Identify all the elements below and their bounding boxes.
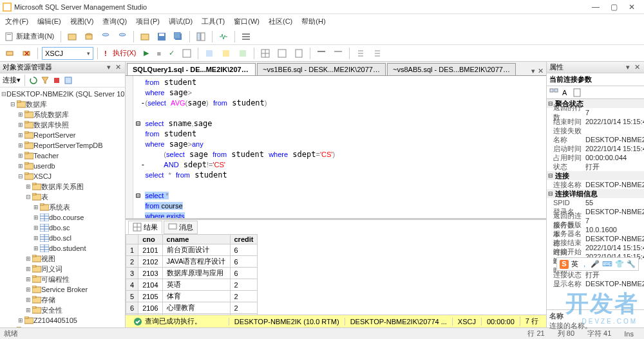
tree-item[interactable]: ⊞数据库关系图 (1, 181, 124, 192)
stop-icon[interactable] (52, 76, 61, 85)
menu-help[interactable]: 帮助(H) (299, 15, 328, 28)
tb-db3-icon[interactable] (115, 31, 129, 42)
tree-item[interactable]: ⊞dbo.scl (1, 233, 124, 243)
props-icon[interactable] (64, 76, 73, 85)
tb-change-icon[interactable]: ✕ (19, 48, 33, 59)
object-tree[interactable]: ⊟ DESKTOP-NBME2IK (SQL Server 10.0.160 ⊟… (0, 87, 125, 327)
categorize-icon[interactable] (549, 88, 558, 97)
tb-db-icon[interactable] (82, 31, 96, 42)
tb-opt3-icon[interactable] (236, 48, 250, 59)
ime-mic-icon[interactable]: 🎤 (591, 260, 600, 268)
estimate-icon[interactable] (180, 48, 194, 59)
menu-query[interactable]: 查询(Q) (100, 15, 129, 28)
tb-opt2-icon[interactable] (219, 48, 233, 59)
menu-project[interactable]: 项目(P) (133, 15, 162, 28)
tb-activity-icon[interactable] (216, 31, 231, 42)
tree-item[interactable]: ⊞ReportServerTempDB (1, 140, 124, 151)
tree-item[interactable]: ⊟数据库 (1, 99, 124, 109)
svg-rect-11 (159, 33, 164, 36)
tb-open-icon[interactable] (65, 31, 79, 42)
tabstrip-dropdown-icon[interactable]: ▾ (531, 67, 535, 75)
connect-button[interactable]: 连接▾ (3, 75, 21, 85)
tree-item[interactable]: ⊞数据库快照 (1, 120, 124, 130)
filter-icon[interactable] (41, 76, 50, 85)
tabstrip-close-icon[interactable]: ✕ (538, 67, 544, 75)
tree-item[interactable]: ⊞系统数据库 (1, 109, 124, 120)
menu-community[interactable]: 社区(C) (266, 15, 295, 28)
tab-results[interactable]: 结果 (128, 221, 162, 234)
sql-editor[interactable]: from student where sage> -(select AVG(sa… (126, 76, 546, 218)
tb-indent-icon[interactable] (354, 48, 368, 59)
tb-db2-icon[interactable] (99, 31, 113, 42)
tree-item[interactable]: ⊞可编程性 (1, 274, 124, 284)
ime-lang[interactable]: 英 (571, 259, 578, 269)
panel-dropdown-icon[interactable]: ▾ (104, 63, 113, 71)
tree-item[interactable]: ⊞dbo.sc (1, 223, 124, 233)
maximize-button[interactable]: ▢ (609, 3, 618, 12)
tree-item[interactable]: ⊞Teacher (1, 151, 124, 161)
panel-close-icon[interactable]: ✕ (113, 63, 122, 71)
tb-grid-icon[interactable] (258, 48, 272, 59)
tree-item[interactable]: ⊞Service Broker (1, 284, 124, 295)
new-query-button[interactable]: 新建查询(N) (3, 30, 57, 42)
tree-item[interactable]: ⊟XSCJ (1, 171, 124, 181)
tb-saveall-icon[interactable] (171, 31, 185, 42)
menu-window[interactable]: 窗口(W) (231, 15, 262, 28)
menu-edit[interactable]: 编辑(E) (35, 15, 64, 28)
debug-icon[interactable]: ▶ (141, 48, 151, 59)
menu-view[interactable]: 视图(V) (68, 15, 97, 28)
close-button[interactable]: ✕ (627, 3, 636, 12)
tree-item[interactable]: ⊟表 (1, 192, 124, 202)
execute-button[interactable]: ! 执行(X) (102, 47, 138, 59)
menu-file[interactable]: 文件(F) (3, 15, 31, 28)
status-rows: 7 行 (520, 316, 544, 326)
ime-tool-icon[interactable]: 🔧 (627, 260, 636, 268)
alpha-icon[interactable]: A (561, 88, 570, 97)
tab-vs1be6[interactable]: ~vs1BE6.sql - DESK...ME2IK\20774 (53))* (257, 63, 386, 75)
database-combo[interactable]: XSCJ (42, 47, 93, 60)
tab-messages[interactable]: 消息 (164, 221, 198, 234)
tb-uncomment-icon[interactable] (331, 48, 345, 59)
props-close-icon[interactable]: ✕ (632, 63, 641, 71)
tree-item[interactable]: ⊞Z2104405105 (1, 315, 124, 325)
menu-tools[interactable]: 工具(T) (199, 15, 227, 28)
results-grid[interactable]: cnocnamecredit12101前台页面设计622102JAVA语言程序设… (126, 234, 546, 315)
sogou-icon[interactable]: S (560, 260, 569, 269)
tb-nav-icon[interactable] (194, 31, 208, 42)
parse-icon[interactable]: ✓ (166, 48, 177, 59)
tb-connect-icon[interactable] (3, 48, 17, 59)
ime-bar[interactable]: S 英 ， 🎤 ⌨ 👕 🔧 (556, 257, 639, 271)
tb-list-icon[interactable] (239, 31, 253, 42)
tree-item[interactable]: ⊞系统表 (1, 202, 124, 212)
tree-item[interactable]: ⊞安全性 (1, 325, 124, 327)
tree-item[interactable]: ⊞ReportServer (1, 130, 124, 140)
tb-file-icon[interactable] (292, 48, 306, 59)
tree-item[interactable]: ⊞存储 (1, 295, 124, 305)
tree-item[interactable]: ⊞安全性 (1, 305, 124, 315)
stop-icon[interactable]: ■ (154, 48, 164, 59)
ime-skin-icon[interactable]: 👕 (615, 260, 624, 268)
refresh-icon[interactable] (29, 76, 38, 85)
tb-text-icon[interactable] (275, 48, 289, 59)
tree-item[interactable]: ⊞同义词 (1, 264, 124, 274)
tree-item[interactable]: ⊞视图 (1, 253, 124, 264)
props-page-icon[interactable] (573, 88, 582, 97)
tree-item[interactable]: ⊞dbo.student (1, 243, 124, 253)
tree-item[interactable]: ⊞userdb (1, 161, 124, 171)
minimize-button[interactable]: — (591, 3, 600, 12)
tab-sqlquery1[interactable]: SQLQuery1.sql - DE...ME2IK\20774 (55))* (127, 63, 256, 75)
props-dropdown-icon[interactable]: ▾ (623, 63, 632, 71)
menu-debug[interactable]: 调试(D) (166, 15, 195, 28)
sql-code[interactable]: from student where sage> -(select AVG(sa… (133, 76, 546, 218)
tb-save-icon[interactable] (155, 31, 169, 42)
tb-open2-icon[interactable] (138, 31, 152, 42)
tb-opt1-icon[interactable] (202, 48, 216, 59)
props-grid[interactable]: 聚合状态返回的行数7结束时间2022/10/14 15:15:4连接失败名称DE… (547, 99, 644, 309)
tree-item[interactable]: ⊞dbo.course (1, 212, 124, 223)
tb-outdent-icon[interactable] (370, 48, 384, 59)
ime-keyboard-icon[interactable]: ⌨ (602, 260, 612, 268)
tab-vs8ab5[interactable]: ~vs8AB5.sql - DES...BME2IK\20774 (52)) (387, 63, 516, 75)
tb-comment-icon[interactable] (314, 48, 328, 59)
ime-punct-icon[interactable]: ， (581, 259, 588, 269)
server-node[interactable]: ⊟ DESKTOP-NBME2IK (SQL Server 10.0.160 (1, 89, 124, 99)
